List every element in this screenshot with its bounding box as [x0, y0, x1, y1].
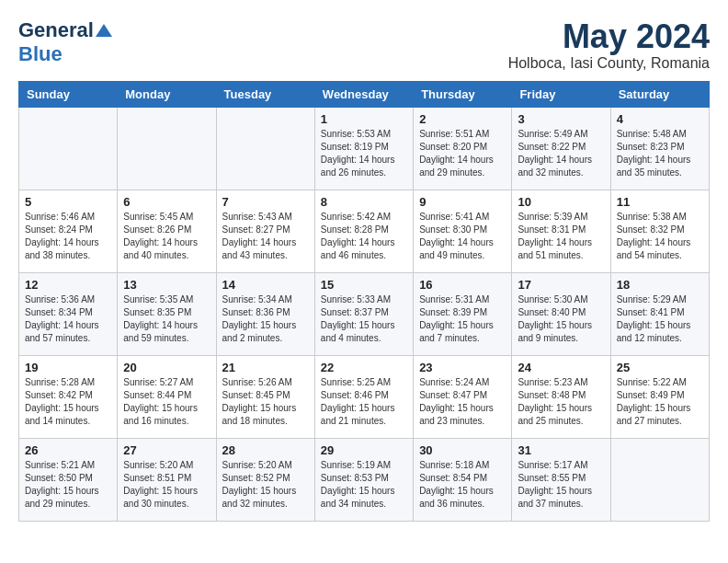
- calendar-cell: [118, 107, 216, 190]
- day-info: Sunrise: 5:48 AM Sunset: 8:23 PM Dayligh…: [617, 128, 703, 179]
- day-info: Sunrise: 5:38 AM Sunset: 8:32 PM Dayligh…: [617, 211, 703, 262]
- day-number: 31: [518, 443, 604, 457]
- day-info: Sunrise: 5:29 AM Sunset: 8:41 PM Dayligh…: [617, 293, 703, 345]
- day-number: 28: [222, 443, 309, 457]
- day-number: 2: [419, 112, 506, 126]
- day-number: 12: [25, 278, 111, 292]
- day-info: Sunrise: 5:27 AM Sunset: 8:44 PM Dayligh…: [123, 376, 210, 428]
- day-number: 11: [617, 195, 703, 209]
- day-info: Sunrise: 5:41 AM Sunset: 8:30 PM Dayligh…: [419, 211, 506, 262]
- day-number: 18: [617, 278, 703, 292]
- day-header-tuesday: Tuesday: [216, 81, 314, 107]
- day-info: Sunrise: 5:45 AM Sunset: 8:26 PM Dayligh…: [123, 211, 210, 262]
- day-info: Sunrise: 5:23 AM Sunset: 8:48 PM Dayligh…: [518, 376, 604, 428]
- calendar-cell: 4Sunrise: 5:48 AM Sunset: 8:23 PM Daylig…: [610, 107, 709, 190]
- calendar-cell: 29Sunrise: 5:19 AM Sunset: 8:53 PM Dayli…: [314, 438, 413, 521]
- calendar-cell: 5Sunrise: 5:46 AM Sunset: 8:24 PM Daylig…: [19, 190, 118, 272]
- title-block: May 2024 Holboca, Iasi County, Romania: [508, 18, 710, 72]
- day-number: 24: [518, 361, 604, 374]
- day-number: 6: [123, 195, 210, 209]
- day-header-saturday: Saturday: [610, 81, 709, 107]
- day-info: Sunrise: 5:33 AM Sunset: 8:37 PM Dayligh…: [321, 293, 407, 345]
- calendar-cell: [610, 438, 709, 521]
- day-info: Sunrise: 5:21 AM Sunset: 8:50 PM Dayligh…: [25, 459, 111, 511]
- day-info: Sunrise: 5:30 AM Sunset: 8:40 PM Dayligh…: [518, 293, 604, 345]
- calendar-cell: 8Sunrise: 5:42 AM Sunset: 8:28 PM Daylig…: [314, 190, 413, 272]
- day-info: Sunrise: 5:39 AM Sunset: 8:31 PM Dayligh…: [518, 211, 604, 262]
- day-info: Sunrise: 5:42 AM Sunset: 8:28 PM Dayligh…: [321, 211, 407, 262]
- calendar-cell: 20Sunrise: 5:27 AM Sunset: 8:44 PM Dayli…: [118, 355, 216, 438]
- day-number: 13: [123, 278, 210, 292]
- day-info: Sunrise: 5:17 AM Sunset: 8:55 PM Dayligh…: [518, 459, 604, 511]
- day-header-sunday: Sunday: [19, 81, 118, 107]
- day-number: 23: [419, 361, 506, 374]
- calendar-cell: 2Sunrise: 5:51 AM Sunset: 8:20 PM Daylig…: [414, 107, 512, 190]
- calendar-cell: 22Sunrise: 5:25 AM Sunset: 8:46 PM Dayli…: [314, 355, 413, 438]
- calendar-cell: 28Sunrise: 5:20 AM Sunset: 8:52 PM Dayli…: [216, 438, 314, 521]
- day-number: 27: [123, 443, 210, 457]
- day-info: Sunrise: 5:53 AM Sunset: 8:19 PM Dayligh…: [321, 128, 407, 179]
- day-header-monday: Monday: [118, 81, 216, 107]
- day-number: 20: [123, 361, 210, 374]
- day-number: 4: [617, 112, 703, 126]
- calendar-table: SundayMondayTuesdayWednesdayThursdayFrid…: [18, 81, 710, 522]
- calendar-cell: 15Sunrise: 5:33 AM Sunset: 8:37 PM Dayli…: [314, 272, 413, 355]
- calendar-cell: 30Sunrise: 5:18 AM Sunset: 8:54 PM Dayli…: [414, 438, 512, 521]
- logo: General Blue: [18, 18, 112, 66]
- day-info: Sunrise: 5:35 AM Sunset: 8:35 PM Dayligh…: [123, 293, 210, 345]
- day-info: Sunrise: 5:20 AM Sunset: 8:51 PM Dayligh…: [123, 459, 210, 511]
- day-number: 9: [419, 195, 506, 209]
- day-info: Sunrise: 5:20 AM Sunset: 8:52 PM Dayligh…: [222, 459, 309, 511]
- day-header-thursday: Thursday: [414, 81, 512, 107]
- calendar-cell: 19Sunrise: 5:28 AM Sunset: 8:42 PM Dayli…: [19, 355, 118, 438]
- calendar-cell: 1Sunrise: 5:53 AM Sunset: 8:19 PM Daylig…: [314, 107, 413, 190]
- day-info: Sunrise: 5:49 AM Sunset: 8:22 PM Dayligh…: [518, 128, 604, 179]
- day-info: Sunrise: 5:31 AM Sunset: 8:39 PM Dayligh…: [419, 293, 506, 345]
- calendar-week-row: 1Sunrise: 5:53 AM Sunset: 8:19 PM Daylig…: [19, 107, 710, 190]
- calendar-cell: 17Sunrise: 5:30 AM Sunset: 8:40 PM Dayli…: [512, 272, 610, 355]
- calendar-cell: 9Sunrise: 5:41 AM Sunset: 8:30 PM Daylig…: [414, 190, 512, 272]
- day-info: Sunrise: 5:51 AM Sunset: 8:20 PM Dayligh…: [419, 128, 506, 179]
- month-year-title: May 2024: [508, 18, 710, 55]
- location-subtitle: Holboca, Iasi County, Romania: [508, 55, 710, 72]
- calendar-cell: [216, 107, 314, 190]
- calendar-cell: [19, 107, 118, 190]
- calendar-cell: 13Sunrise: 5:35 AM Sunset: 8:35 PM Dayli…: [118, 272, 216, 355]
- day-info: Sunrise: 5:46 AM Sunset: 8:24 PM Dayligh…: [25, 211, 111, 262]
- calendar-cell: 23Sunrise: 5:24 AM Sunset: 8:47 PM Dayli…: [414, 355, 512, 438]
- calendar-cell: 11Sunrise: 5:38 AM Sunset: 8:32 PM Dayli…: [610, 190, 709, 272]
- day-number: 14: [222, 278, 309, 292]
- day-number: 22: [321, 361, 407, 374]
- calendar-week-row: 19Sunrise: 5:28 AM Sunset: 8:42 PM Dayli…: [19, 355, 710, 438]
- day-number: 19: [25, 361, 111, 374]
- day-info: Sunrise: 5:43 AM Sunset: 8:27 PM Dayligh…: [222, 211, 309, 262]
- day-number: 15: [321, 278, 407, 292]
- calendar-cell: 14Sunrise: 5:34 AM Sunset: 8:36 PM Dayli…: [216, 272, 314, 355]
- svg-marker-0: [96, 24, 112, 37]
- day-info: Sunrise: 5:25 AM Sunset: 8:46 PM Dayligh…: [321, 376, 407, 428]
- day-number: 25: [617, 361, 703, 374]
- calendar-header-row: SundayMondayTuesdayWednesdayThursdayFrid…: [19, 81, 710, 107]
- logo-general: General: [18, 18, 94, 42]
- day-info: Sunrise: 5:24 AM Sunset: 8:47 PM Dayligh…: [419, 376, 506, 428]
- day-header-friday: Friday: [512, 81, 610, 107]
- day-info: Sunrise: 5:18 AM Sunset: 8:54 PM Dayligh…: [419, 459, 506, 511]
- calendar-cell: 7Sunrise: 5:43 AM Sunset: 8:27 PM Daylig…: [216, 190, 314, 272]
- day-number: 17: [518, 278, 604, 292]
- calendar-cell: 31Sunrise: 5:17 AM Sunset: 8:55 PM Dayli…: [512, 438, 610, 521]
- calendar-cell: 27Sunrise: 5:20 AM Sunset: 8:51 PM Dayli…: [118, 438, 216, 521]
- calendar-cell: 21Sunrise: 5:26 AM Sunset: 8:45 PM Dayli…: [216, 355, 314, 438]
- calendar-cell: 18Sunrise: 5:29 AM Sunset: 8:41 PM Dayli…: [610, 272, 709, 355]
- logo-triangle-icon: [96, 24, 112, 37]
- day-number: 29: [321, 443, 407, 457]
- calendar-cell: 26Sunrise: 5:21 AM Sunset: 8:50 PM Dayli…: [19, 438, 118, 521]
- day-number: 3: [518, 112, 604, 126]
- day-number: 30: [419, 443, 506, 457]
- logo-blue: Blue: [18, 42, 63, 66]
- day-number: 1: [321, 112, 407, 126]
- day-number: 26: [25, 443, 111, 457]
- calendar-week-row: 12Sunrise: 5:36 AM Sunset: 8:34 PM Dayli…: [19, 272, 710, 355]
- day-number: 10: [518, 195, 604, 209]
- calendar-week-row: 5Sunrise: 5:46 AM Sunset: 8:24 PM Daylig…: [19, 190, 710, 272]
- calendar-cell: 16Sunrise: 5:31 AM Sunset: 8:39 PM Dayli…: [414, 272, 512, 355]
